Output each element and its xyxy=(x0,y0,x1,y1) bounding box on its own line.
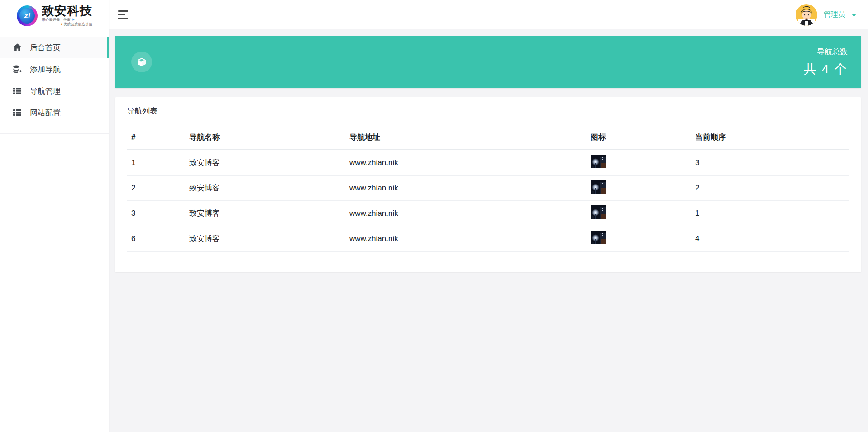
cell-order: 1 xyxy=(691,201,849,226)
cell-id: 3 xyxy=(127,201,185,226)
chevron-down-icon xyxy=(852,14,856,17)
cell-url: www.zhian.nik xyxy=(345,176,586,201)
col-header-id: # xyxy=(127,124,185,150)
sidebar-item-dashboard[interactable]: 后台首页 xyxy=(0,37,109,58)
user-name[interactable]: 管理员 xyxy=(824,10,845,19)
table-row[interactable]: 3 致安博客 www.zhian.nik 1 xyxy=(127,201,849,226)
table-header-row: # 导航名称 导航地址 图标 当前顺序 xyxy=(127,124,849,150)
main-content: 导航总数 共 4 个 导航列表 # 导航名称 导航地址 图标 当前顺序 xyxy=(109,29,868,432)
avatar[interactable] xyxy=(796,4,817,26)
table-body: 1 致安博客 www.zhian.nik 3 2 致安博客 xyxy=(127,150,849,252)
cell-name: 致安博客 xyxy=(185,226,345,252)
cell-order: 3 xyxy=(691,150,849,176)
cell-icon xyxy=(586,150,691,176)
night-photo-thumbnail xyxy=(591,180,606,194)
card-title: 导航列表 xyxy=(127,107,157,115)
cell-id: 1 xyxy=(127,150,185,176)
col-header-icon: 图标 xyxy=(586,124,691,150)
topbar: 管理员 xyxy=(109,0,868,29)
cell-id: 2 xyxy=(127,176,185,201)
sidebar-menu: 后台首页 添加导航 xyxy=(0,37,109,134)
plane-icon: ✈ xyxy=(72,18,75,22)
table-row[interactable]: 6 致安博客 www.zhian.nik 4 xyxy=(127,226,849,252)
sidebar-item-label: 添加导航 xyxy=(30,64,61,75)
brand-name: 致安科技 xyxy=(42,5,92,17)
brand-logo-badge: zi xyxy=(17,5,38,26)
cell-name: 致安博客 xyxy=(185,176,345,201)
night-photo-thumbnail xyxy=(591,205,606,219)
night-photo-thumbnail xyxy=(591,231,606,244)
nav-table-wrap: # 导航名称 导航地址 图标 当前顺序 1 致安博客 www.zhian.nik xyxy=(115,124,861,252)
card-header: 导航列表 xyxy=(115,97,861,124)
user-menu[interactable]: 管理员 xyxy=(796,4,856,26)
cell-name: 致安博客 xyxy=(185,201,345,226)
col-header-order: 当前顺序 xyxy=(691,124,849,150)
nav-total-stat: 导航总数 共 4 个 xyxy=(804,47,848,78)
sidebar-item-label: 后台首页 xyxy=(30,43,61,53)
table-list-icon xyxy=(13,87,22,95)
cube-icon xyxy=(131,52,152,72)
cell-icon xyxy=(586,226,691,252)
nav-total-count: 共 4 个 xyxy=(804,61,848,78)
sidebar-item-label: 网站配置 xyxy=(30,108,61,118)
nav-list-card: 导航列表 # 导航名称 导航地址 图标 当前顺序 1 致安博客 www.zhia… xyxy=(115,97,861,272)
cell-order: 2 xyxy=(691,176,849,201)
nav-total-banner: 导航总数 共 4 个 xyxy=(115,36,861,88)
col-header-name: 导航名称 xyxy=(185,124,345,150)
cell-order: 4 xyxy=(691,226,849,252)
cell-icon xyxy=(586,201,691,226)
sidebar: zi 致安科技 用心做好每一件事 ✈ ♦ 优质品质创造价值 后台首页 xyxy=(0,0,109,432)
sidebar-item-label: 导航管理 xyxy=(30,86,61,96)
table-row[interactable]: 1 致安博客 www.zhian.nik 3 xyxy=(127,150,849,176)
sidebar-item-add-nav[interactable]: 添加导航 xyxy=(0,58,109,80)
spark-icon: ♦ xyxy=(61,22,62,26)
sidebar-divider xyxy=(0,133,109,134)
sidebar-item-nav-manage[interactable]: 导航管理 xyxy=(0,80,109,102)
cell-url: www.zhian.nik xyxy=(345,201,586,226)
cell-icon xyxy=(586,176,691,201)
home-icon xyxy=(13,43,22,52)
night-photo-thumbnail xyxy=(591,155,606,168)
brand-logo[interactable]: zi 致安科技 用心做好每一件事 ✈ ♦ 优质品质创造价值 xyxy=(0,0,109,29)
table-list-icon xyxy=(13,109,22,116)
nav-table: # 导航名称 导航地址 图标 当前顺序 1 致安博客 www.zhian.nik xyxy=(127,124,849,252)
database-plus-icon xyxy=(13,65,22,73)
table-row[interactable]: 2 致安博客 www.zhian.nik 2 xyxy=(127,176,849,201)
cell-url: www.zhian.nik xyxy=(345,226,586,252)
brand-tagline-1: 用心做好每一件事 ✈ xyxy=(42,18,92,22)
col-header-url: 导航地址 xyxy=(345,124,586,150)
nav-total-label: 导航总数 xyxy=(804,47,848,57)
cell-id: 6 xyxy=(127,226,185,252)
brand-tagline-2: ♦ 优质品质创造价值 xyxy=(42,22,92,27)
cell-name: 致安博客 xyxy=(185,150,345,176)
brand-monogram: zi xyxy=(19,8,35,24)
cell-url: www.zhian.nik xyxy=(345,150,586,176)
sidebar-item-site-config[interactable]: 网站配置 xyxy=(0,102,109,123)
sidebar-toggle-button[interactable] xyxy=(118,10,129,19)
